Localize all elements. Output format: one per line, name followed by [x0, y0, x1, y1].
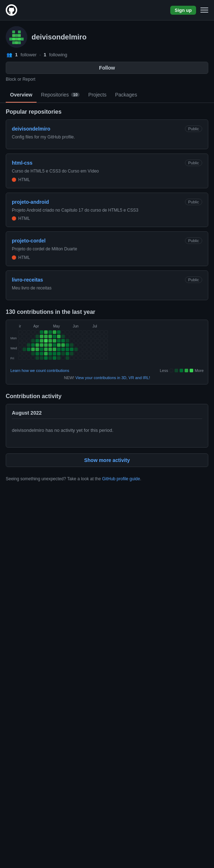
contrib-day-cell[interactable]: [74, 343, 78, 347]
contrib-day-cell[interactable]: [31, 356, 35, 360]
contrib-day-cell[interactable]: [79, 330, 82, 334]
tab-repositories[interactable]: Repositories 10: [37, 88, 84, 103]
contrib-day-cell[interactable]: [79, 343, 82, 347]
contrib-day-cell[interactable]: [53, 330, 56, 334]
contrib-day-cell[interactable]: [66, 356, 69, 360]
show-more-activity-button[interactable]: Show more activity: [6, 453, 208, 467]
contrib-day-cell[interactable]: [96, 352, 99, 355]
contrib-day-cell[interactable]: [91, 352, 95, 355]
contrib-day-cell[interactable]: [53, 335, 56, 338]
contrib-day-cell[interactable]: [48, 356, 52, 360]
contrib-day-cell[interactable]: [74, 356, 78, 360]
contrib-day-cell[interactable]: [79, 339, 82, 343]
follow-button[interactable]: Follow: [6, 62, 208, 74]
contrib-day-cell[interactable]: [31, 330, 35, 334]
following-link[interactable]: 1: [43, 52, 47, 57]
contrib-day-cell[interactable]: [53, 352, 56, 355]
contrib-day-cell[interactable]: [104, 352, 108, 355]
contrib-day-cell[interactable]: [87, 335, 91, 338]
contrib-day-cell[interactable]: [104, 330, 108, 334]
contrib-day-cell[interactable]: [57, 348, 61, 351]
contrib-day-cell[interactable]: [66, 348, 69, 351]
contrib-day-cell[interactable]: [44, 343, 48, 347]
contrib-day-cell[interactable]: [18, 343, 22, 347]
contrib-day-cell[interactable]: [79, 356, 82, 360]
github-guide-link[interactable]: GitHub profile guide: [102, 476, 140, 481]
contrib-day-cell[interactable]: [23, 352, 26, 355]
contrib-day-cell[interactable]: [74, 348, 78, 351]
contrib-day-cell[interactable]: [100, 335, 104, 338]
contrib-day-cell[interactable]: [48, 330, 52, 334]
contrib-day-cell[interactable]: [40, 343, 43, 347]
block-report-link[interactable]: Block or Report: [6, 77, 208, 82]
contrib-day-cell[interactable]: [35, 356, 39, 360]
contrib-day-cell[interactable]: [87, 356, 91, 360]
repo-name-link[interactable]: livro-receitas: [12, 277, 43, 283]
contrib-day-cell[interactable]: [79, 352, 82, 355]
contrib-day-cell[interactable]: [61, 330, 65, 334]
contrib-day-cell[interactable]: [87, 330, 91, 334]
contrib-day-cell[interactable]: [96, 356, 99, 360]
followers-link[interactable]: 1: [14, 52, 18, 57]
contrib-day-cell[interactable]: [23, 348, 26, 351]
contrib-day-cell[interactable]: [23, 356, 26, 360]
contrib-day-cell[interactable]: [31, 343, 35, 347]
contrib-day-cell[interactable]: [23, 335, 26, 338]
contrib-day-cell[interactable]: [35, 343, 39, 347]
contrib-day-cell[interactable]: [91, 330, 95, 334]
contrib-day-cell[interactable]: [40, 356, 43, 360]
repo-name-link[interactable]: html-css: [12, 160, 33, 166]
contrib-day-cell[interactable]: [53, 356, 56, 360]
contrib-day-cell[interactable]: [100, 348, 104, 351]
contrib-day-cell[interactable]: [44, 335, 48, 338]
contrib-day-cell[interactable]: [57, 330, 61, 334]
contrib-day-cell[interactable]: [70, 335, 73, 338]
contrib-day-cell[interactable]: [27, 335, 30, 338]
contrib-day-cell[interactable]: [70, 330, 73, 334]
contrib-day-cell[interactable]: [87, 343, 91, 347]
contrib-day-cell[interactable]: [74, 352, 78, 355]
contrib-day-cell[interactable]: [27, 330, 30, 334]
contrib-day-cell[interactable]: [74, 339, 78, 343]
contrib-day-cell[interactable]: [40, 330, 43, 334]
contrib-day-cell[interactable]: [70, 343, 73, 347]
contrib-day-cell[interactable]: [48, 343, 52, 347]
sign-up-button[interactable]: Sign up: [170, 6, 196, 15]
contrib-day-cell[interactable]: [100, 352, 104, 355]
contrib-day-cell[interactable]: [31, 335, 35, 338]
contrib-day-cell[interactable]: [79, 335, 82, 338]
contrib-day-cell[interactable]: [31, 348, 35, 351]
tab-overview[interactable]: Overview: [6, 88, 37, 103]
contrib-day-cell[interactable]: [18, 352, 22, 355]
contrib-day-cell[interactable]: [48, 339, 52, 343]
hamburger-menu-icon[interactable]: [200, 8, 208, 13]
contrib-day-cell[interactable]: [53, 339, 56, 343]
contrib-day-cell[interactable]: [104, 343, 108, 347]
contrib-day-cell[interactable]: [104, 339, 108, 343]
tab-packages[interactable]: Packages: [111, 88, 141, 103]
contrib-day-cell[interactable]: [57, 343, 61, 347]
contrib-day-cell[interactable]: [83, 335, 86, 338]
contrib-day-cell[interactable]: [40, 352, 43, 355]
contrib-day-cell[interactable]: [44, 356, 48, 360]
contrib-day-cell[interactable]: [96, 330, 99, 334]
contrib-day-cell[interactable]: [27, 339, 30, 343]
contrib-day-cell[interactable]: [91, 356, 95, 360]
contrib-day-cell[interactable]: [83, 343, 86, 347]
contrib-day-cell[interactable]: [83, 339, 86, 343]
contrib-day-cell[interactable]: [23, 343, 26, 347]
contrib-day-cell[interactable]: [57, 335, 61, 338]
contrib-day-cell[interactable]: [61, 339, 65, 343]
contrib-day-cell[interactable]: [100, 356, 104, 360]
learn-how-link[interactable]: Learn how we count contributions: [10, 368, 69, 373]
contrib-day-cell[interactable]: [61, 352, 65, 355]
contrib-day-cell[interactable]: [48, 352, 52, 355]
contrib-day-cell[interactable]: [66, 352, 69, 355]
contrib-day-cell[interactable]: [35, 352, 39, 355]
contrib-day-cell[interactable]: [96, 339, 99, 343]
contrib-day-cell[interactable]: [87, 339, 91, 343]
contrib-day-cell[interactable]: [66, 335, 69, 338]
contrib-day-cell[interactable]: [27, 356, 30, 360]
contrib-day-cell[interactable]: [87, 348, 91, 351]
contrib-day-cell[interactable]: [40, 348, 43, 351]
